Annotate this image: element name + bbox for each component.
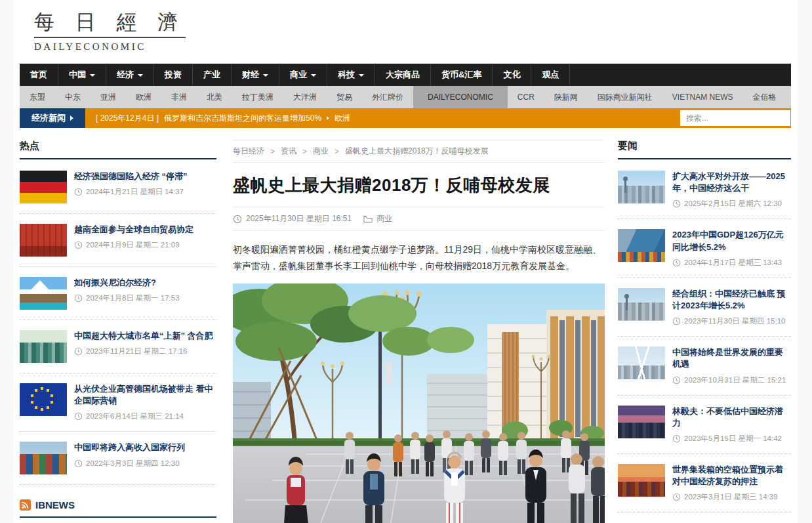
breadcrumb-item[interactable]: 每日经济 > [233,146,275,157]
clock-icon [672,376,681,385]
nav-item-label: 经济 [117,69,134,81]
breadcrumb-item[interactable]: 资讯 > [281,146,307,157]
nav-item[interactable]: 观点 [531,64,570,86]
hot-news-sidebar: 热点 经济强国德国陷入经济 “停滞” 2024年1月21日 星期日 14:37 [20,140,216,523]
subnav-item[interactable]: 欧洲 [126,86,161,108]
subnav-item[interactable]: 陕新网 [544,86,588,108]
search-input[interactable] [680,110,790,126]
subnav-item-label: 外汇牌价 [372,92,403,103]
breadcrumb-separator: > [335,147,339,156]
subnav-item[interactable]: 贸易 [327,86,362,108]
breadcrumb-item[interactable]: 盛帆史上最大捐赠2018万！反哺母校发展 > [345,146,489,157]
nav-item[interactable]: 财经 [232,64,279,86]
subnav-item[interactable]: 东盟 [20,86,55,108]
nav-item[interactable]: 文化 [493,64,531,86]
nav-item[interactable]: 首页 [20,64,58,86]
news-list-item[interactable]: 经济强国德国陷入经济 “停滞” 2024年1月21日 星期日 14:37 [20,161,216,214]
breadcrumb-separator: > [302,147,307,156]
arrow-right-icon [70,115,73,121]
nav-item[interactable]: 产业 [193,64,232,86]
subnav-item-label: DAILYECONOMIC [428,93,493,102]
subnav-item[interactable]: 拉丁美洲 [232,86,283,108]
subnav-item[interactable]: 大洋洲 [283,86,327,108]
nav-item[interactable]: 大宗商品 [375,64,431,86]
logo-english-subtitle: DAILYECONOMIC [34,41,186,52]
news-item-date: 2023年11月30日 星期四 15:10 [672,316,791,326]
subnav-item[interactable]: DAILYECONOMIC [413,86,508,108]
hot-section-title: 热点 [20,140,216,159]
ticker-date: [ 2025年12月4日 ] [96,113,159,124]
news-item-date: 2022年3月3日 星期四 12:30 [74,459,185,469]
clock-icon [74,188,83,196]
news-list-item[interactable]: 林毅夫：不要低估中国经济潜力 2023年5月15日 星期一 14:42 [618,396,791,454]
chevron-down-icon [311,74,316,77]
nav-item[interactable]: 科技 [327,64,375,86]
thumbnail-container-sunset [618,464,665,497]
page: 每 日 經 濟 DAILYECONOMIC 首页 中国 经济 投资 产业 财经 [13,0,798,523]
site-logo[interactable]: 每 日 經 濟 DAILYECONOMIC [34,12,186,52]
news-item-title: 中国即将跨入高收入国家行列 [74,442,185,453]
subnav-item-label: 金佰格 [752,92,776,103]
subnav-item[interactable]: 中东 [55,86,91,108]
logo-chinese-title: 每 日 經 濟 [34,12,186,38]
nav-item-label: 投资 [165,69,182,81]
nav-item[interactable]: 经济 [106,64,154,86]
subnav-item[interactable]: 外汇牌价 [362,86,413,108]
thumbnail-harbor-aerial [618,229,665,262]
ticker-headline-link[interactable]: 俄罗斯和吉尔吉斯斯坦之间的客运量增加50% [164,113,321,124]
nav-item[interactable]: 货币&汇率 [431,64,493,86]
breadcrumb-item[interactable]: 商业 > [313,146,339,157]
subnav-item[interactable]: CCR [508,86,544,108]
news-list-item[interactable]: 2023年中国GDP超126万亿元 同比增长5.2% 2024年1月17日 星期… [618,219,791,278]
news-item-title: 林毅夫：不要低估中国经济潜力 [672,406,791,429]
subnav-item[interactable]: 国际商业新闻社 [588,86,662,108]
thumbnail-port-containers [20,442,67,474]
news-list-item[interactable]: 从光伏企业高管德国机场被带走 看中企国际营销 2023年6月14日 星期三 21… [20,373,216,432]
nav-item[interactable]: 中国 [58,64,106,86]
clock-icon [672,493,681,501]
ticker-region-link[interactable]: 欧洲 [335,113,350,124]
rss-icon [20,499,31,511]
news-list-item[interactable]: 世界集装箱的空箱位置预示着对中国经济复苏的押注 2023年3月1日 星期三 14… [618,454,791,513]
clock-icon [672,317,681,325]
secondary-navbar: 东盟 中东 亚洲 欧洲 非洲 北美 拉丁美洲 大洋洲 贸易 外汇牌价 DAILY… [20,86,791,108]
thumbnail-mountain-lake [20,277,67,310]
ticker-category-button[interactable]: 经济新闻 [20,108,85,128]
clock-icon [74,241,83,249]
subnav-item-label: VIETNAM NEWS [672,93,733,102]
news-item-title: 扩大高水平对外开放——2025年，中国经济这么干 [672,171,791,194]
news-list-item[interactable]: 扩大高水平对外开放——2025年，中国经济这么干 2025年2月15日 星期六 … [618,161,791,219]
news-item-title: 从光伏企业高管德国机场被带走 看中企国际营销 [74,383,216,407]
subnav-item-label: 国际商业新闻社 [598,92,653,103]
nav-item[interactable]: 商业 [279,64,327,86]
subnav-item[interactable]: 北美 [197,86,232,108]
subnav-item-label: 陕新网 [554,92,578,103]
subnav-item[interactable]: 金佰格 [742,86,786,108]
news-item-date: 2023年11月21日 星期二 17:16 [74,346,213,356]
thumbnail-shanghai-skyline2 [618,288,665,321]
clock-icon [74,412,83,421]
ticker-label-text: 经济新闻 [31,112,66,124]
ibnews-section-header[interactable]: IBNEWS [20,499,216,518]
news-item-date: 2024年1月21日 星期日 14:37 [74,187,188,197]
nav-item[interactable]: 投资 [154,64,193,86]
news-list-item[interactable]: 中国将始终是世界发展的重要机遇 2023年10月31日 星期二 15:21 [618,337,791,395]
subnav-item-label: 东盟 [30,92,45,103]
subnav-item[interactable]: 非洲 [161,86,197,108]
news-list-item[interactable]: 中国即将跨入高收入国家行列 2022年3月3日 星期四 12:30 [20,432,216,485]
subnav-item[interactable]: 亚洲 [91,86,126,108]
news-item-date: 2023年10月31日 星期二 15:21 [672,375,791,385]
news-list-item[interactable]: 中国超大特大城市名单“上新” 含合肥 2023年11月21日 星期二 17:16 [20,320,216,373]
thumbnail-shanghai-skyline [618,171,665,203]
news-list-item[interactable]: 如何振兴尼泊尔经济? 2024年1月8日 星期一 17:53 [20,267,216,320]
clock-icon [74,294,83,303]
important-news-list: 扩大高水平对外开放——2025年，中国经济这么干 2025年2月15日 星期六 … [618,161,791,513]
clock-icon [672,259,681,267]
news-list-item[interactable]: 经合组织：中国经济已触底 预计2023年增长5.2% 2023年11月30日 星… [618,278,791,337]
news-list-item[interactable]: 越南全面参与全球自由贸易协定 2024年1月9日 星期二 21:09 [20,214,216,267]
news-item-title: 经济强国德国陷入经济 “停滞” [74,171,188,182]
subnav-item[interactable]: VIETNAM NEWS [662,86,743,108]
article-category-link[interactable]: 商业 [363,213,392,224]
subnav-item-label: 亚洲 [100,92,116,103]
news-item-title: 中国将始终是世界发展的重要机遇 [672,346,791,370]
